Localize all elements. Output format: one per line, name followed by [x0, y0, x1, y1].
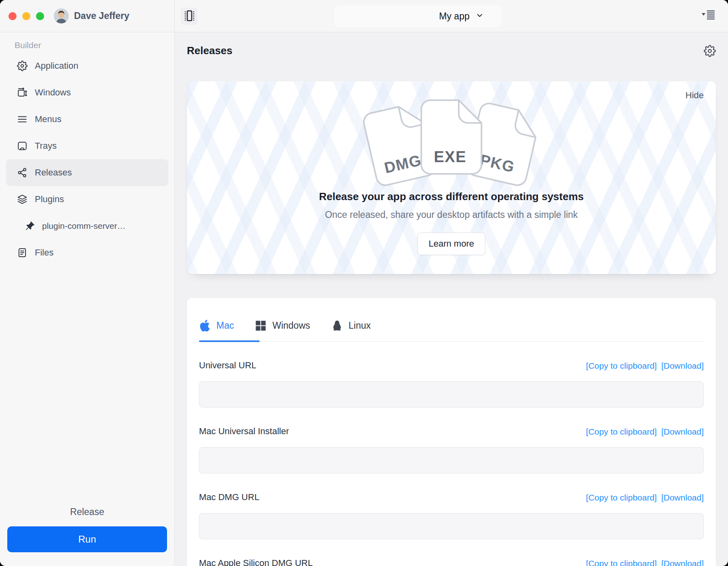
download-link[interactable]: [Download]	[661, 361, 704, 371]
sidebar: Builder Application	[0, 32, 175, 566]
sidebar-item-label: Files	[35, 247, 53, 258]
field-mac-dmg-url: Mac DMG URL [Copy to clipboard] [Downloa…	[199, 492, 704, 539]
tab-mac[interactable]: Mac	[199, 320, 234, 332]
menu-caret-icon	[701, 14, 716, 21]
mac-dmg-url-input[interactable]	[199, 513, 704, 539]
windows-icon	[255, 320, 267, 332]
sidebar-section-label: Builder	[15, 40, 174, 50]
banner-heading: Release your app across different operat…	[187, 190, 716, 203]
release-card: Mac Windows Linux	[187, 298, 716, 566]
sidebar-item-label: Plugins	[35, 194, 64, 205]
sidebar-toggle-icon	[181, 8, 197, 25]
sidebar-item-label: Application	[35, 61, 78, 71]
sidebar-item-label: Trays	[35, 141, 57, 151]
active-tab-underline	[199, 340, 260, 342]
mac-universal-installer-input[interactable]	[199, 447, 704, 473]
tab-label: Linux	[349, 320, 371, 331]
sidebar-footer: Release Run	[0, 507, 174, 566]
sidebar-item-plugin-comm-server[interactable]: plugin-comm-server…	[6, 213, 168, 239]
settings-button[interactable]	[704, 45, 716, 57]
platform-tabs: Mac Windows Linux	[199, 320, 704, 342]
hide-banner-link[interactable]: Hide	[686, 90, 704, 101]
sidebar-item-windows[interactable]: Windows	[6, 79, 168, 106]
field-mac-apple-silicon-dmg-url: Mac Apple Silicon DMG URL [Copy to clipb…	[199, 558, 704, 566]
sidebar-item-plugins[interactable]: Plugins	[6, 186, 168, 213]
user-name: Dave Jeffery	[74, 11, 129, 21]
window-resize-icon	[17, 87, 28, 98]
svg-text:EXE: EXE	[434, 148, 467, 165]
tray-icon	[17, 141, 28, 151]
tab-windows[interactable]: Windows	[255, 320, 310, 332]
sidebar-item-releases[interactable]: Releases	[6, 159, 168, 186]
layers-icon	[17, 194, 28, 205]
body: Builder Application	[0, 32, 728, 566]
gear-icon	[17, 61, 28, 71]
menu-lines-icon	[17, 114, 28, 125]
download-link[interactable]: [Download]	[661, 493, 704, 503]
titlebar-main: My app	[175, 0, 728, 32]
exe-file-icon: EXE	[419, 98, 483, 176]
release-label: Release	[7, 507, 167, 517]
window-controls	[8, 12, 44, 20]
field-label: Mac DMG URL	[199, 492, 259, 503]
linux-penguin-icon	[331, 320, 343, 332]
tab-linux[interactable]: Linux	[331, 320, 371, 332]
field-label: Mac Apple Silicon DMG URL	[199, 558, 313, 566]
sidebar-item-label: Menus	[35, 114, 61, 125]
sidebar-item-menus[interactable]: Menus	[6, 106, 168, 133]
sidebar-nav: Application Windows	[0, 53, 174, 266]
titlebar: Dave Jeffery My app	[0, 0, 728, 32]
gear-icon	[704, 52, 716, 58]
field-label: Mac Universal Installer	[199, 426, 289, 437]
copy-to-clipboard-link[interactable]: [Copy to clipboard]	[586, 493, 657, 503]
download-link[interactable]: [Download]	[661, 559, 704, 566]
main-content: Releases Hide DMG	[175, 32, 728, 566]
field-mac-universal-installer: Mac Universal Installer [Copy to clipboa…	[199, 426, 704, 473]
titlebar-left: Dave Jeffery	[0, 0, 175, 32]
copy-to-clipboard-link[interactable]: [Copy to clipboard]	[586, 361, 657, 371]
sidebar-item-files[interactable]: Files	[6, 239, 168, 266]
release-banner: Hide DMG EXE	[187, 81, 716, 274]
sidebar-item-label: Releases	[35, 167, 72, 178]
chevron-down-icon	[476, 11, 484, 21]
sidebar-item-trays[interactable]: Trays	[6, 133, 168, 159]
download-link[interactable]: [Download]	[661, 427, 704, 437]
minimize-window-button[interactable]	[22, 12, 30, 20]
apple-icon	[199, 320, 211, 332]
sidebar-item-label: plugin-comm-server…	[42, 221, 126, 231]
close-window-button[interactable]	[8, 12, 17, 20]
field-universal-url: Universal URL [Copy to clipboard] [Downl…	[199, 360, 704, 408]
window-menu-button[interactable]	[701, 10, 716, 21]
app-selector-label: My app	[439, 11, 470, 22]
banner-subheading: Once released, share your desktop artifa…	[187, 209, 716, 220]
share-icon	[17, 167, 28, 178]
sidebar-toggle-button[interactable]	[181, 8, 198, 25]
pin-icon	[25, 221, 35, 231]
account-button[interactable]: Dave Jeffery	[54, 8, 129, 23]
field-label: Universal URL	[199, 360, 256, 371]
learn-more-button[interactable]: Learn more	[417, 232, 486, 255]
app-selector[interactable]: My app	[334, 5, 502, 27]
zoom-window-button[interactable]	[36, 12, 44, 20]
universal-url-input[interactable]	[199, 381, 704, 408]
tab-label: Windows	[272, 320, 310, 331]
sidebar-item-application[interactable]: Application	[6, 53, 168, 79]
sidebar-item-label: Windows	[35, 87, 71, 98]
app-window: Dave Jeffery My app	[0, 0, 728, 566]
tab-label: Mac	[216, 320, 234, 331]
content-header: Releases	[187, 44, 716, 57]
file-badges: DMG EXE PKG	[187, 98, 716, 183]
file-icon	[17, 247, 28, 258]
copy-to-clipboard-link[interactable]: [Copy to clipboard]	[586, 427, 657, 437]
page-title: Releases	[187, 44, 233, 57]
copy-to-clipboard-link[interactable]: [Copy to clipboard]	[586, 559, 657, 566]
avatar[interactable]	[54, 8, 69, 23]
run-button[interactable]: Run	[7, 526, 167, 552]
